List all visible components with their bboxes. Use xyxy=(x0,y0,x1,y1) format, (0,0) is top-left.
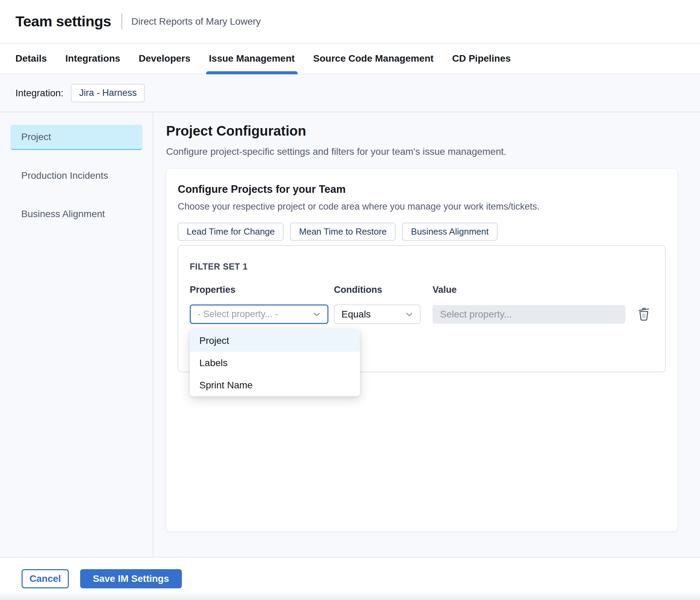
properties-dropdown-menu: Project Labels Sprint Name xyxy=(190,329,360,396)
integration-bar: Integration: Jira - Harness xyxy=(0,74,700,112)
tab-integrations[interactable]: Integrations xyxy=(63,43,123,74)
chevron-down-icon xyxy=(312,309,322,320)
settings-sidebar: Project Production Incidents Business Al… xyxy=(0,112,153,557)
conditions-select[interactable]: Equals xyxy=(334,304,421,324)
content-layout: Project Production Incidents Business Al… xyxy=(0,112,700,557)
properties-select-wrap: - Select property... - Project Labels Sp… xyxy=(190,304,328,324)
page: Team settings Direct Reports of Mary Low… xyxy=(0,0,700,600)
delete-filter-column xyxy=(636,285,652,324)
filter-set-title: FILTER SET 1 xyxy=(190,262,654,272)
conditions-column: Conditions Equals xyxy=(334,285,421,324)
tab-source-code-management[interactable]: Source Code Management xyxy=(311,43,437,74)
trash-icon xyxy=(636,305,652,323)
conditions-selected-value: Equals xyxy=(341,309,371,320)
sidebar-item-production-incidents[interactable]: Production Incidents xyxy=(10,163,142,188)
dropdown-option-labels[interactable]: Labels xyxy=(190,352,360,374)
properties-column: Properties - Select property... - Proje xyxy=(190,285,328,324)
section-title: Project Configuration xyxy=(166,123,677,139)
card-title: Configure Projects for your Team xyxy=(178,183,666,196)
chevron-down-icon xyxy=(404,309,414,320)
tab-cd-pipelines[interactable]: CD Pipelines xyxy=(449,43,513,74)
tab-developers[interactable]: Developers xyxy=(136,43,193,74)
tab-details[interactable]: Details xyxy=(13,43,50,74)
header-divider xyxy=(121,14,122,29)
value-label: Value xyxy=(433,285,625,295)
integration-chip[interactable]: Jira - Harness xyxy=(71,84,145,102)
chip-lead-time-for-change[interactable]: Lead Time for Change xyxy=(178,223,284,241)
value-column: Value xyxy=(433,285,625,324)
sidebar-item-business-alignment[interactable]: Business Alignment xyxy=(10,201,142,227)
main-panel: Project Configuration Configure project-… xyxy=(153,112,700,557)
page-title: Team settings xyxy=(15,13,111,30)
section-subtitle: Configure project-specific settings and … xyxy=(166,146,677,157)
page-header: Team settings Direct Reports of Mary Low… xyxy=(0,0,700,43)
properties-placeholder: - Select property... - xyxy=(198,309,278,320)
save-im-settings-button[interactable]: Save IM Settings xyxy=(80,569,182,588)
dropdown-option-project[interactable]: Project xyxy=(190,329,360,352)
metric-chip-row: Lead Time for Change Mean Time to Restor… xyxy=(178,223,666,241)
sidebar-item-project[interactable]: Project xyxy=(10,125,142,150)
cancel-button[interactable]: Cancel xyxy=(22,569,69,588)
configure-projects-card: Configure Projects for your Team Choose … xyxy=(166,168,677,531)
chip-mean-time-to-restore[interactable]: Mean Time to Restore xyxy=(290,223,396,241)
card-subtitle: Choose your respective project or code a… xyxy=(178,201,666,212)
chip-business-alignment[interactable]: Business Alignment xyxy=(402,223,498,241)
properties-label: Properties xyxy=(190,285,328,295)
conditions-label: Conditions xyxy=(334,285,421,295)
integration-label: Integration: xyxy=(15,88,63,99)
properties-select[interactable]: - Select property... - xyxy=(190,304,328,324)
team-name-subtitle: Direct Reports of Mary Lowery xyxy=(131,16,261,27)
dropdown-option-sprint-name[interactable]: Sprint Name xyxy=(190,374,360,396)
value-input[interactable] xyxy=(433,305,625,324)
filter-set-card: FILTER SET 1 Properties - Select propert… xyxy=(178,245,666,372)
tab-issue-management[interactable]: Issue Management xyxy=(206,43,298,74)
filter-row: Properties - Select property... - Proje xyxy=(190,285,654,324)
tab-bar: Details Integrations Developers Issue Ma… xyxy=(0,43,700,74)
footer-action-bar: Cancel Save IM Settings xyxy=(0,557,700,600)
delete-filter-button[interactable] xyxy=(636,304,652,324)
